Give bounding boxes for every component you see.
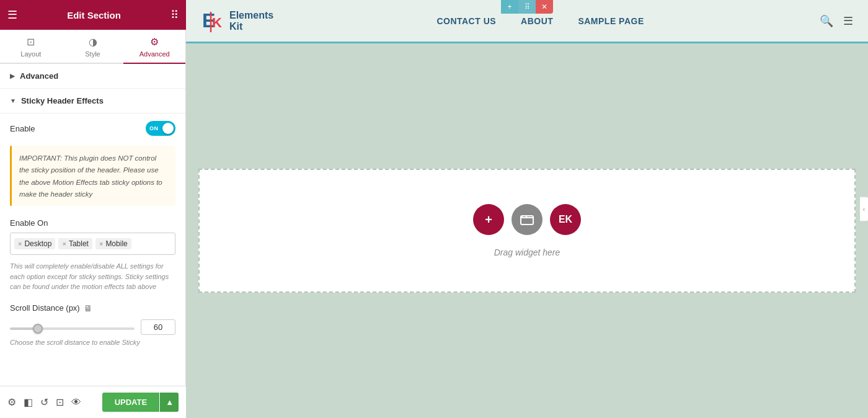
warning-box: IMPORTANT: This plugin does NOT control … (10, 146, 175, 206)
responsive-icon[interactable]: ⊡ (56, 396, 64, 408)
logo-icon: E K (201, 9, 226, 33)
tag-mobile: × Mobile (95, 238, 131, 249)
tab-style-label: Style (85, 50, 100, 58)
toggle-on-label: ON (149, 125, 159, 131)
nav-actions: 🔍 ☰ (820, 14, 853, 28)
grid-icon[interactable]: ⠿ (170, 8, 179, 22)
update-btn-wrap: UPDATE ▲ (102, 393, 179, 412)
update-button[interactable]: UPDATE (102, 393, 159, 412)
scroll-distance-input[interactable] (141, 319, 175, 335)
enable-on-tags[interactable]: × Desktop × Tablet × Mobile (10, 233, 175, 255)
preview-icon[interactable]: 👁 (71, 397, 81, 408)
folder-icon (520, 213, 534, 226)
tag-desktop: × Desktop (14, 238, 55, 249)
remove-mobile-icon[interactable]: × (99, 241, 103, 247)
advanced-section-label: Advanced (20, 71, 58, 81)
svg-text:K: K (212, 15, 222, 30)
hamburger-icon[interactable]: ☰ (7, 8, 17, 22)
search-icon[interactable]: 🔍 (820, 14, 833, 28)
enable-toggle[interactable]: ON (146, 121, 175, 136)
update-arrow-button[interactable]: ▲ (160, 393, 179, 412)
nav-ctrl-add-button[interactable]: + (501, 0, 518, 14)
nav-link-contact[interactable]: CONTACT US (436, 16, 496, 26)
nav-link-about[interactable]: ABOUT (521, 16, 553, 26)
tab-advanced-label: Advanced (140, 50, 170, 58)
bottom-icons: ⚙ ◧ ↺ ⊡ 👁 (7, 396, 81, 408)
advanced-section-header[interactable]: ▶ Advanced (0, 64, 185, 89)
enable-on-label: Enable On (10, 218, 175, 228)
tag-tablet: × Tablet (58, 238, 92, 249)
nav-ctrl-dots-button[interactable]: ⠿ (518, 0, 536, 14)
topbar-title: Edit Section (17, 10, 170, 20)
scroll-distance-helper: Choose the scroll distance to enable Sti… (10, 335, 175, 349)
logo-text: Elements Kit (229, 10, 273, 32)
folder-widget-button[interactable] (512, 204, 542, 235)
enable-on-section: Enable On × Desktop × Tablet × Mobile (0, 213, 185, 257)
panel-content: ▶ Advanced ▼ Sticky Header Effects Enabl… (0, 64, 185, 418)
ek-widget-button[interactable]: EK (550, 204, 581, 235)
nav-links: CONTACT US ABOUT SAMPLE PAGE (436, 16, 644, 26)
tab-advanced[interactable]: ⚙ Advanced (123, 30, 185, 64)
enable-row: Enable ON (0, 113, 185, 143)
left-panel: ☰ Edit Section ⠿ ⊡ Layout ◑ Style ⚙ Adva… (0, 0, 186, 418)
tab-layout[interactable]: ⊡ Layout (0, 30, 62, 64)
toggle-wrap: ON (146, 121, 175, 136)
tag-desktop-label: Desktop (24, 239, 51, 248)
nav-ctrl-close-button[interactable]: ✕ (536, 0, 553, 14)
sticky-section-label: Sticky Header Effects (21, 96, 104, 105)
scroll-distance-row (10, 319, 175, 335)
content-box: + EK Drag widget here (198, 169, 856, 293)
sticky-section-header[interactable]: ▼ Sticky Header Effects (0, 89, 185, 113)
scroll-distance-slider[interactable] (10, 327, 135, 330)
toggle-knob (162, 123, 174, 134)
menu-icon[interactable]: ☰ (843, 14, 853, 28)
widget-controls: + EK (473, 204, 581, 235)
tab-bar: ⊡ Layout ◑ Style ⚙ Advanced (0, 30, 185, 64)
enable-label: Enable (10, 124, 35, 133)
sticky-section: ▼ Sticky Header Effects Enable ON IMP (0, 89, 185, 351)
sticky-arrow-icon: ▼ (10, 97, 16, 104)
tab-layout-label: Layout (20, 50, 41, 58)
slider-wrap (10, 321, 135, 332)
add-widget-button[interactable]: + (473, 204, 504, 235)
advanced-arrow-icon: ▶ (10, 73, 15, 79)
tag-mobile-label: Mobile (105, 239, 127, 248)
style-icon: ◑ (89, 36, 97, 48)
enable-on-helper: This will completely enable/disable ALL … (0, 257, 185, 298)
remove-desktop-icon[interactable]: × (18, 241, 22, 247)
advanced-icon: ⚙ (150, 36, 159, 48)
nav-bar: + ⠿ ✕ E K Elements Kit CONTACT US (186, 0, 868, 43)
history-icon[interactable]: ↺ (40, 396, 48, 408)
warning-text: IMPORTANT: This plugin does NOT control … (19, 154, 162, 198)
settings-icon[interactable]: ⚙ (7, 396, 16, 408)
top-bar: ☰ Edit Section ⠿ (0, 0, 186, 30)
right-panel: + ⠿ ✕ E K Elements Kit CONTACT US (186, 0, 868, 418)
tab-style[interactable]: ◑ Style (62, 30, 124, 64)
layout-icon: ⊡ (27, 36, 35, 48)
content-area: + EK Drag widget here (186, 43, 868, 418)
logo-area: E K Elements Kit (201, 9, 273, 33)
tag-tablet-label: Tablet (69, 239, 89, 248)
scroll-distance-label: Scroll Distance (px) 🖥 (10, 303, 175, 313)
drag-widget-text: Drag widget here (494, 247, 560, 257)
nav-link-sample[interactable]: SAMPLE PAGE (578, 16, 644, 26)
scroll-label-text: Scroll Distance (px) (10, 303, 80, 313)
scroll-distance-section: Scroll Distance (px) 🖥 Choose the scroll… (0, 298, 185, 351)
remove-tablet-icon[interactable]: × (62, 241, 66, 247)
nav-top-controls: + ⠿ ✕ (501, 0, 553, 14)
bottom-bar: ⚙ ◧ ↺ ⊡ 👁 UPDATE ▲ (0, 386, 186, 418)
monitor-icon: 🖥 (84, 303, 92, 313)
layers-icon[interactable]: ◧ (24, 396, 33, 408)
